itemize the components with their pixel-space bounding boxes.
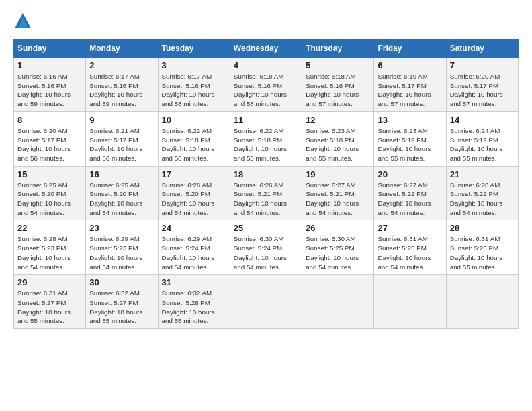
calendar-week-3: 15Sunrise: 6:25 AM Sunset: 5:20 PM Dayli…	[14, 166, 519, 220]
day-number: 11	[234, 115, 298, 125]
day-number: 9	[89, 115, 154, 125]
day-info: Sunrise: 6:18 AM Sunset: 5:16 PM Dayligh…	[234, 72, 298, 109]
day-info: Sunrise: 6:17 AM Sunset: 5:16 PM Dayligh…	[162, 72, 226, 109]
calendar-cell	[374, 275, 446, 329]
day-number: 12	[306, 115, 370, 125]
header-day-wednesday: Wednesday	[230, 40, 302, 58]
day-number: 19	[306, 169, 370, 179]
logo-icon	[13, 12, 32, 31]
calendar-cell: 10Sunrise: 6:22 AM Sunset: 5:18 PM Dayli…	[158, 111, 230, 166]
calendar-cell: 29Sunrise: 6:31 AM Sunset: 5:27 PM Dayli…	[14, 275, 86, 329]
calendar-cell: 6Sunrise: 6:19 AM Sunset: 5:17 PM Daylig…	[374, 58, 446, 112]
day-info: Sunrise: 6:32 AM Sunset: 5:27 PM Dayligh…	[89, 289, 154, 326]
calendar-cell: 5Sunrise: 6:18 AM Sunset: 5:16 PM Daylig…	[302, 58, 374, 112]
calendar-cell: 7Sunrise: 6:20 AM Sunset: 5:17 PM Daylig…	[446, 58, 518, 112]
calendar-cell: 31Sunrise: 6:32 AM Sunset: 5:28 PM Dayli…	[158, 275, 230, 329]
calendar-cell: 17Sunrise: 6:26 AM Sunset: 5:20 PM Dayli…	[158, 166, 230, 220]
calendar-cell: 4Sunrise: 6:18 AM Sunset: 5:16 PM Daylig…	[230, 58, 302, 112]
day-info: Sunrise: 6:20 AM Sunset: 5:17 PM Dayligh…	[17, 126, 82, 163]
day-info: Sunrise: 6:27 AM Sunset: 5:21 PM Dayligh…	[306, 181, 370, 218]
day-info: Sunrise: 6:31 AM Sunset: 5:25 PM Dayligh…	[378, 234, 442, 271]
calendar-cell: 11Sunrise: 6:22 AM Sunset: 5:18 PM Dayli…	[230, 111, 302, 166]
day-number: 27	[378, 223, 442, 233]
calendar-cell: 16Sunrise: 6:25 AM Sunset: 5:20 PM Dayli…	[86, 166, 158, 220]
calendar-cell: 12Sunrise: 6:23 AM Sunset: 5:18 PM Dayli…	[302, 111, 374, 166]
day-number: 24	[162, 223, 226, 233]
calendar-cell	[302, 275, 374, 329]
page: SundayMondayTuesdayWednesdayThursdayFrid…	[0, 0, 532, 336]
day-info: Sunrise: 6:32 AM Sunset: 5:28 PM Dayligh…	[162, 289, 226, 326]
calendar-cell	[446, 275, 518, 329]
calendar-cell: 14Sunrise: 6:24 AM Sunset: 5:19 PM Dayli…	[446, 111, 518, 166]
calendar-cell: 30Sunrise: 6:32 AM Sunset: 5:27 PM Dayli…	[86, 275, 158, 329]
day-info: Sunrise: 6:20 AM Sunset: 5:17 PM Dayligh…	[450, 72, 515, 109]
day-info: Sunrise: 6:28 AM Sunset: 5:22 PM Dayligh…	[450, 181, 515, 218]
day-info: Sunrise: 6:18 AM Sunset: 5:16 PM Dayligh…	[306, 72, 370, 109]
day-info: Sunrise: 6:29 AM Sunset: 5:23 PM Dayligh…	[89, 234, 154, 271]
calendar-cell: 24Sunrise: 6:29 AM Sunset: 5:24 PM Dayli…	[158, 220, 230, 275]
day-info: Sunrise: 6:31 AM Sunset: 5:27 PM Dayligh…	[17, 289, 82, 326]
header	[13, 12, 519, 31]
day-number: 1	[17, 60, 82, 71]
calendar-cell: 25Sunrise: 6:30 AM Sunset: 5:24 PM Dayli…	[230, 220, 302, 275]
day-info: Sunrise: 6:26 AM Sunset: 5:21 PM Dayligh…	[234, 181, 298, 218]
day-number: 30	[89, 277, 154, 287]
calendar-cell: 15Sunrise: 6:25 AM Sunset: 5:20 PM Dayli…	[14, 166, 86, 220]
day-info: Sunrise: 6:25 AM Sunset: 5:20 PM Dayligh…	[89, 181, 154, 218]
day-number: 20	[378, 169, 442, 179]
day-info: Sunrise: 6:28 AM Sunset: 5:23 PM Dayligh…	[17, 234, 82, 271]
calendar-week-1: 1Sunrise: 6:16 AM Sunset: 5:16 PM Daylig…	[14, 58, 519, 112]
day-number: 14	[450, 115, 515, 125]
day-info: Sunrise: 6:23 AM Sunset: 5:19 PM Dayligh…	[378, 126, 442, 163]
day-info: Sunrise: 6:24 AM Sunset: 5:19 PM Dayligh…	[450, 126, 515, 163]
calendar-cell: 18Sunrise: 6:26 AM Sunset: 5:21 PM Dayli…	[230, 166, 302, 220]
header-day-friday: Friday	[374, 40, 446, 58]
day-number: 18	[234, 169, 298, 179]
day-number: 17	[162, 169, 226, 179]
calendar-cell: 23Sunrise: 6:29 AM Sunset: 5:23 PM Dayli…	[86, 220, 158, 275]
day-info: Sunrise: 6:22 AM Sunset: 5:18 PM Dayligh…	[162, 126, 226, 163]
day-number: 21	[450, 169, 515, 179]
calendar-week-4: 22Sunrise: 6:28 AM Sunset: 5:23 PM Dayli…	[14, 220, 519, 275]
calendar-table: SundayMondayTuesdayWednesdayThursdayFrid…	[13, 39, 519, 329]
calendar-cell: 3Sunrise: 6:17 AM Sunset: 5:16 PM Daylig…	[158, 58, 230, 112]
day-number: 22	[17, 223, 82, 233]
header-day-sunday: Sunday	[14, 40, 86, 58]
day-info: Sunrise: 6:27 AM Sunset: 5:22 PM Dayligh…	[378, 181, 442, 218]
calendar-cell: 27Sunrise: 6:31 AM Sunset: 5:25 PM Dayli…	[374, 220, 446, 275]
day-number: 8	[17, 115, 82, 125]
day-info: Sunrise: 6:30 AM Sunset: 5:24 PM Dayligh…	[234, 234, 298, 271]
day-info: Sunrise: 6:22 AM Sunset: 5:18 PM Dayligh…	[234, 126, 298, 163]
header-day-tuesday: Tuesday	[158, 40, 230, 58]
day-number: 26	[306, 223, 370, 233]
day-info: Sunrise: 6:26 AM Sunset: 5:20 PM Dayligh…	[162, 181, 226, 218]
calendar-cell: 9Sunrise: 6:21 AM Sunset: 5:17 PM Daylig…	[86, 111, 158, 166]
day-number: 4	[234, 60, 298, 71]
calendar-cell	[230, 275, 302, 329]
calendar-cell: 8Sunrise: 6:20 AM Sunset: 5:17 PM Daylig…	[14, 111, 86, 166]
day-number: 16	[89, 169, 154, 179]
day-number: 28	[450, 223, 515, 233]
day-number: 2	[89, 60, 154, 71]
day-info: Sunrise: 6:30 AM Sunset: 5:25 PM Dayligh…	[306, 234, 370, 271]
day-number: 10	[162, 115, 226, 125]
calendar-cell: 1Sunrise: 6:16 AM Sunset: 5:16 PM Daylig…	[14, 58, 86, 112]
header-day-monday: Monday	[86, 40, 158, 58]
day-info: Sunrise: 6:25 AM Sunset: 5:20 PM Dayligh…	[17, 181, 82, 218]
day-number: 29	[17, 277, 82, 287]
day-number: 3	[162, 60, 226, 71]
day-number: 23	[89, 223, 154, 233]
logo	[13, 12, 35, 31]
calendar-week-5: 29Sunrise: 6:31 AM Sunset: 5:27 PM Dayli…	[14, 275, 519, 329]
day-number: 13	[378, 115, 442, 125]
day-number: 6	[378, 60, 442, 71]
calendar-cell: 22Sunrise: 6:28 AM Sunset: 5:23 PM Dayli…	[14, 220, 86, 275]
calendar-cell: 21Sunrise: 6:28 AM Sunset: 5:22 PM Dayli…	[446, 166, 518, 220]
day-info: Sunrise: 6:16 AM Sunset: 5:16 PM Dayligh…	[17, 72, 82, 109]
day-number: 25	[234, 223, 298, 233]
calendar-cell: 20Sunrise: 6:27 AM Sunset: 5:22 PM Dayli…	[374, 166, 446, 220]
calendar-cell: 19Sunrise: 6:27 AM Sunset: 5:21 PM Dayli…	[302, 166, 374, 220]
day-number: 15	[17, 169, 82, 179]
calendar-cell: 28Sunrise: 6:31 AM Sunset: 5:26 PM Dayli…	[446, 220, 518, 275]
header-day-saturday: Saturday	[446, 40, 518, 58]
